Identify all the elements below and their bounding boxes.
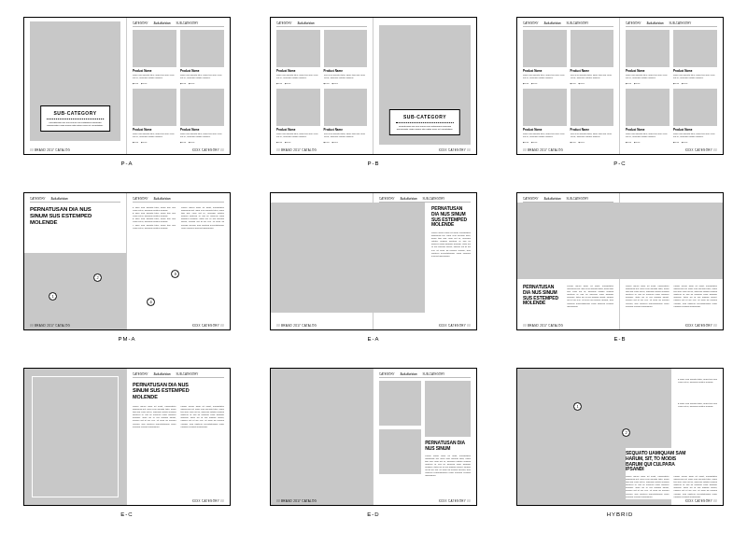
crumb-subcat: SUB-CATEGORY xyxy=(669,21,692,25)
layout-pc: CATEGORY Sub-division SUB-CATEGORY Produ… xyxy=(515,17,725,166)
folio-left: ## BRAND 2017 CATALOG xyxy=(30,324,70,328)
page-left: CATEGORY Sub-division SUB-CATEGORY Produ… xyxy=(517,18,620,154)
product-grid: Product NameNem cum dolupta tatur, sequi… xyxy=(626,30,717,144)
hero-image: SUB-CATEGORY Pernatusam dia nus sinum su… xyxy=(30,21,120,141)
crumb-subcat: SUB-CATEGORY xyxy=(423,372,445,376)
layout-caption: E-B xyxy=(613,336,626,342)
layout-pa: SUB-CATEGORY Pernatusam dia nus sinum su… xyxy=(22,17,232,166)
body-copy: Lorem ipsum dolor sit amet, consectetur … xyxy=(431,231,471,315)
image-tile xyxy=(379,429,421,474)
product-card: Product NameNem cum dolupta tatur, sequi… xyxy=(276,30,320,85)
breadcrumb: CATEGORY Sub-division SUB-CATEGORY xyxy=(379,197,471,203)
layout-pma: CATEGORY Sub-division PERNATUSAN DIA NUS… xyxy=(22,192,232,342)
layout-caption: E-C xyxy=(120,511,133,517)
folio-right: XXXX CATEGORY ## xyxy=(439,324,471,328)
subcategory-body: Pernatusam dia nus sinum sus estemped mo… xyxy=(47,121,105,128)
crumb-sub: Sub-division xyxy=(401,197,417,201)
intro-copy: Lorem ipsum dolor sit amet, consectetur … xyxy=(181,206,224,240)
product-image xyxy=(626,30,669,67)
product-price: $#.## – $.### xyxy=(523,82,567,85)
folio-right: XXXX CATEGORY ## xyxy=(439,148,471,152)
page-right: Lorem ipsum dolor sit amet, consectetur … xyxy=(620,193,723,329)
product-image xyxy=(673,30,717,67)
product-name: Product Name xyxy=(276,128,320,132)
product-price: $#.## – $.### xyxy=(673,82,717,85)
product-desc: Nem cum dolupta tatur, sequi tem que vol… xyxy=(673,133,717,139)
subcategory-title: SUB-CATEGORY xyxy=(47,110,105,116)
product-desc: Nem cum dolupta tatur, sequi tem que vol… xyxy=(276,133,320,139)
product-desc: Nem cum dolupta tatur, sequi tem que vol… xyxy=(276,74,320,80)
headline: PERNATUSAN DIA NUS SINUM SUS ESTEMPED MO… xyxy=(133,382,197,399)
image-tile xyxy=(425,381,471,437)
crumb-sub: Sub-division xyxy=(647,21,664,25)
product-desc: Nem cum dolupta tatur, sequi tem que vol… xyxy=(133,133,176,139)
crumb-subcat: SUB-CATEGORY xyxy=(176,21,199,25)
step-list: 1 Nem cum dolupta tatur, sequi tem que v… xyxy=(133,206,176,240)
page-left: 1 2 xyxy=(517,369,620,505)
crumb-subcat: SUB-CATEGORY xyxy=(423,197,445,201)
breadcrumb: CATEGORY Sub-division xyxy=(133,197,224,203)
product-card: Product NameNem cum dolupta tatur, sequi… xyxy=(673,89,717,144)
subcategory-panel: SUB-CATEGORY Pernatusam dia nus sinum su… xyxy=(40,105,111,133)
product-name: Product Name xyxy=(324,128,368,132)
headline: PERNATUSAN DIA NUS SINUM SUS ESTEMPED MO… xyxy=(431,206,471,228)
product-name: Product Name xyxy=(276,69,320,73)
product-image xyxy=(180,89,224,126)
inset-frame xyxy=(32,376,119,497)
layout-caption: PM-A xyxy=(119,336,136,342)
product-image xyxy=(673,89,717,126)
folio-left: ## BRAND 2017 CATALOG xyxy=(276,324,317,328)
body-copy: Lorem ipsum dolor sit amet, consectetur … xyxy=(626,475,669,499)
page-left: CATEGORY Sub-division SUB-CATEGORY PERNA… xyxy=(517,193,620,329)
crumb-sub: Sub-division xyxy=(154,372,171,376)
bleed-image: 1 2 xyxy=(24,253,126,329)
crumb-subcat: SUB-CATEGORY xyxy=(176,372,199,376)
product-price: $#.## – $.### xyxy=(324,141,368,144)
subcategory-body: Pernatusam dia nus sinum sus estemped mo… xyxy=(396,125,454,132)
layout-caption: E-A xyxy=(367,336,379,342)
product-card: Product NameNem cum dolupta tatur, sequi… xyxy=(571,89,614,144)
spread: ## BRAND 2017 CATALOG CATEGORY Sub-divis… xyxy=(270,192,477,330)
spread: CATEGORY Sub-division SUB-CATEGORY Produ… xyxy=(516,17,724,155)
page-right: CATEGORY Sub-division SUB-CATEGORY PERNA… xyxy=(374,193,476,329)
spread: SUB-CATEGORY Pernatusam dia nus sinum su… xyxy=(23,17,231,155)
folio-left: ## BRAND 2017 CATALOG xyxy=(276,499,317,503)
product-card: Product NameNem cum dolupta tatur, sequi… xyxy=(133,89,176,144)
product-desc: Nem cum dolupta tatur, sequi tem que vol… xyxy=(626,74,669,80)
body-copy: Lorem ipsum dolor sit amet, consectetur … xyxy=(567,285,613,320)
spread: CATEGORY Sub-division SUB-CATEGORY PERNA… xyxy=(516,192,724,330)
spread: CATEGORY Sub-division SUB-CATEGORY PERNA… xyxy=(23,368,231,506)
product-card: Product NameNem cum dolupta tatur, sequi… xyxy=(571,30,614,85)
folio-right: XXXX CATEGORY ## xyxy=(192,499,224,503)
product-name: Product Name xyxy=(324,69,368,73)
product-desc: Nem cum dolupta tatur, sequi tem que vol… xyxy=(571,74,614,80)
product-price: $#.## – $.### xyxy=(571,141,614,144)
product-desc: Nem cum dolupta tatur, sequi tem que vol… xyxy=(523,74,567,80)
image-tile xyxy=(379,381,421,426)
folio-left: ## BRAND 2017 CATALOG xyxy=(523,324,563,328)
page-right: CATEGORY Sub-division SUB-CATEGORY PERNA… xyxy=(127,369,230,505)
product-price: $#.## – $.### xyxy=(626,141,669,144)
product-card: Product NameNem cum dolupta tatur, sequi… xyxy=(180,89,224,144)
product-name: Product Name xyxy=(133,128,176,132)
page-left: SUB-CATEGORY Pernatusam dia nus sinum su… xyxy=(24,18,127,154)
product-desc: Nem cum dolupta tatur, sequi tem que vol… xyxy=(180,74,224,80)
product-card: Product NameNem cum dolupta tatur, sequi… xyxy=(523,30,567,85)
product-card: Product NameNem cum dolupta tatur, sequi… xyxy=(673,30,717,85)
page-left: CATEGORY Sub-division PERNATUSAN DIA NUS… xyxy=(24,193,127,329)
product-desc: Nem cum dolupta tatur, sequi tem que vol… xyxy=(324,133,368,139)
product-name: Product Name xyxy=(571,128,614,132)
breadcrumb: CATEGORY Sub-division SUB-CATEGORY xyxy=(133,21,224,27)
crumb-sub: Sub-division xyxy=(544,197,561,201)
product-price: $#.## – $.### xyxy=(133,82,176,85)
breadcrumb: CATEGORY Sub-division SUB-CATEGORY xyxy=(626,21,717,27)
product-name: Product Name xyxy=(180,69,224,73)
product-name: Product Name xyxy=(673,69,717,73)
crumb-sub: Sub-division xyxy=(544,21,561,25)
product-grid: Product NameNem cum dolupta tatur, sequi… xyxy=(276,30,367,144)
product-price: $#.## – $.### xyxy=(626,82,669,85)
product-image xyxy=(523,89,567,126)
page-right: 1 Nem cum dolupta tatur, sequi tem que v… xyxy=(620,369,723,505)
page-right: CATEGORY Sub-division 1 Nem cum dolupta … xyxy=(127,193,230,329)
folio-right: XXXX CATEGORY ## xyxy=(439,499,471,503)
